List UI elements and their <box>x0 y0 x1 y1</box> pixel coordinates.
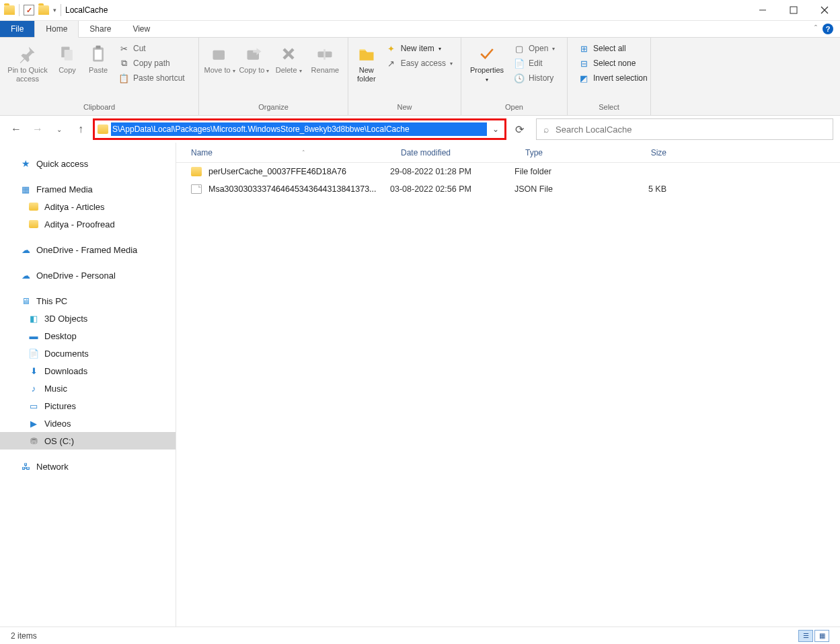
address-dropdown-icon[interactable]: ⌄ <box>490 124 502 134</box>
nav-framed-media[interactable]: ▦Framed Media <box>0 180 176 198</box>
view-toggle: ☰ ▦ <box>798 630 829 642</box>
open-button[interactable]: ▢Open ▾ <box>510 42 559 55</box>
quick-access-toolbar: ✓ ▾ <box>0 4 61 16</box>
address-folder-icon <box>98 124 108 134</box>
separator <box>19 4 20 16</box>
refresh-button[interactable]: ⟳ <box>509 119 529 139</box>
nav-3d-objects[interactable]: ◧3D Objects <box>0 310 176 327</box>
qat-new-folder-icon[interactable] <box>38 5 49 15</box>
copy-path-button[interactable]: ⧉Copy path <box>114 57 189 70</box>
close-button[interactable] <box>809 0 840 21</box>
copy-button[interactable]: Copy <box>52 40 82 75</box>
help-icon[interactable]: ? <box>823 24 833 34</box>
forward-button[interactable]: → <box>28 120 47 139</box>
nav-network[interactable]: 🖧Network <box>0 458 176 475</box>
tab-home[interactable]: Home <box>34 21 79 38</box>
nav-onedrive-personal[interactable]: ☁OneDrive - Personal <box>0 266 176 284</box>
recent-locations-button[interactable]: ⌄ <box>50 120 69 139</box>
nav-desktop[interactable]: ▬Desktop <box>0 327 176 345</box>
invert-selection-button[interactable]: ◩Invert selection <box>574 71 652 85</box>
nav-videos[interactable]: ▶Videos <box>0 415 176 432</box>
ribbon-group-open: Properties▾ ▢Open ▾ 📄Edit 🕓History Open <box>461 38 568 115</box>
column-headers: Name˄ Date modified Type Size <box>176 143 840 163</box>
new-folder-button[interactable]: New folder <box>352 40 381 83</box>
file-icon <box>191 184 202 194</box>
nav-os-c[interactable]: ⛃OS (C:) <box>0 432 176 450</box>
nav-this-pc[interactable]: 🖥This PC <box>0 292 176 310</box>
address-input[interactable] <box>111 122 487 136</box>
column-size[interactable]: Size <box>613 148 680 157</box>
cloud-icon: ☁ <box>20 244 31 255</box>
file-name: Msa3030303337464645343644313841373... <box>208 184 390 194</box>
back-button[interactable]: ← <box>7 120 26 139</box>
tab-share[interactable]: Share <box>79 21 122 37</box>
ribbon-collapse-icon[interactable]: ˆ <box>814 24 817 34</box>
nav-aditya-proofread[interactable]: Aditya - Proofread <box>0 215 176 233</box>
ribbon: Pin to Quick access Copy Paste ✂Cut ⧉Cop… <box>0 38 840 116</box>
properties-button[interactable]: Properties▾ <box>465 40 508 84</box>
sort-ascending-icon: ˄ <box>302 149 305 156</box>
select-all-button[interactable]: ⊞Select all <box>574 42 652 55</box>
file-row[interactable]: perUserCache_00037FFE46D18A7629-08-2022 … <box>176 163 840 180</box>
nav-music[interactable]: ♪Music <box>0 380 176 397</box>
file-list-pane: Name˄ Date modified Type Size perUserCac… <box>176 143 840 627</box>
nav-quick-access[interactable]: ★Quick access <box>0 155 176 172</box>
status-bar: 2 items ☰ ▦ <box>0 627 840 644</box>
address-bar[interactable]: ⌄ <box>93 118 506 140</box>
file-type: JSON File <box>514 184 613 194</box>
file-date: 03-08-2022 02:56 PM <box>390 184 514 194</box>
new-item-button[interactable]: ✦New item ▾ <box>382 42 457 55</box>
easy-access-icon: ↗ <box>386 58 397 69</box>
tab-file[interactable]: File <box>0 21 34 37</box>
search-icon: ⌕ <box>543 124 549 135</box>
edit-button[interactable]: 📄Edit <box>510 57 559 70</box>
column-name[interactable]: Name˄ <box>176 148 390 157</box>
copy-icon <box>56 43 78 65</box>
ribbon-group-organize: Move to ▾ Copy to ▾ Delete ▾ Rename Orga… <box>199 38 348 115</box>
nav-pictures[interactable]: ▭Pictures <box>0 397 176 415</box>
up-button[interactable]: ↑ <box>71 120 90 139</box>
network-icon: 🖧 <box>20 461 31 472</box>
minimize-button[interactable] <box>747 0 778 21</box>
cut-button[interactable]: ✂Cut <box>114 42 189 55</box>
paste-icon <box>87 43 109 65</box>
search-box[interactable]: ⌕ <box>536 118 833 140</box>
paste-shortcut-button[interactable]: 📋Paste shortcut <box>114 71 189 85</box>
nav-downloads[interactable]: ⬇Downloads <box>0 362 176 380</box>
file-rows: perUserCache_00037FFE46D18A7629-08-2022 … <box>176 163 840 198</box>
nav-documents[interactable]: 📄Documents <box>0 345 176 362</box>
file-size: 5 KB <box>613 184 680 194</box>
easy-access-button[interactable]: ↗Easy access ▾ <box>382 57 457 70</box>
tab-view[interactable]: View <box>122 21 161 37</box>
maximize-button[interactable] <box>778 0 809 21</box>
pc-icon: 🖥 <box>20 295 31 306</box>
nav-onedrive-framed[interactable]: ☁OneDrive - Framed Media <box>0 241 176 258</box>
history-button[interactable]: 🕓History <box>510 71 559 85</box>
details-view-button[interactable]: ☰ <box>798 630 813 642</box>
edit-icon: 📄 <box>514 58 525 69</box>
pictures-icon: ▭ <box>28 400 39 411</box>
nav-aditya-articles[interactable]: Aditya - Articles <box>0 198 176 215</box>
svg-rect-8 <box>96 46 101 48</box>
move-to-button[interactable]: Move to ▾ <box>203 40 236 75</box>
delete-button[interactable]: Delete ▾ <box>272 40 305 75</box>
select-none-button[interactable]: ⊟Select none <box>574 57 652 70</box>
music-icon: ♪ <box>28 383 39 394</box>
file-row[interactable]: Msa3030303337464645343644313841373...03-… <box>176 180 840 198</box>
navigation-pane[interactable]: ★Quick access ▦Framed Media Aditya - Art… <box>0 143 176 627</box>
select-none-icon: ⊟ <box>578 58 589 69</box>
column-type[interactable]: Type <box>514 148 613 157</box>
column-date[interactable]: Date modified <box>390 148 514 157</box>
pin-to-quick-access-button[interactable]: Pin to Quick access <box>4 40 51 83</box>
svg-rect-1 <box>790 7 797 13</box>
rename-button[interactable]: Rename <box>307 40 344 75</box>
desktop-icon: ▬ <box>28 330 39 341</box>
qat-customize-dropdown-icon[interactable]: ▾ <box>53 7 56 13</box>
qat-properties-icon[interactable]: ✓ <box>24 5 34 15</box>
copy-to-button[interactable]: Copy to ▾ <box>237 40 270 75</box>
paste-button[interactable]: Paste <box>83 40 113 75</box>
large-icons-view-button[interactable]: ▦ <box>814 630 829 642</box>
rename-icon <box>314 43 336 65</box>
file-name: perUserCache_00037FFE46D18A76 <box>208 167 390 176</box>
search-input[interactable] <box>556 124 826 135</box>
